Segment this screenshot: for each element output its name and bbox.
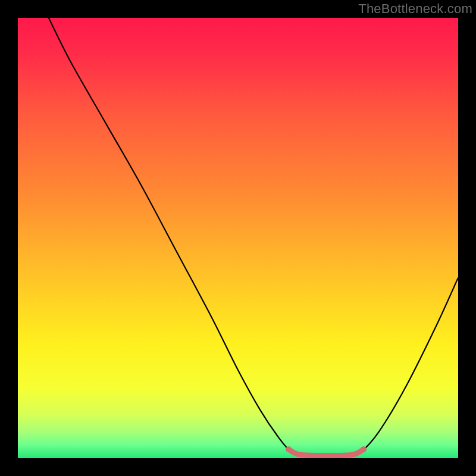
chart-frame — [18, 18, 458, 458]
watermark-text: TheBottleneck.com — [358, 1, 472, 17]
optimal-band-endpoint — [361, 446, 367, 452]
optimal-band-endpoint — [286, 446, 292, 452]
bottleneck-chart — [18, 18, 458, 458]
gradient-background — [18, 18, 458, 458]
